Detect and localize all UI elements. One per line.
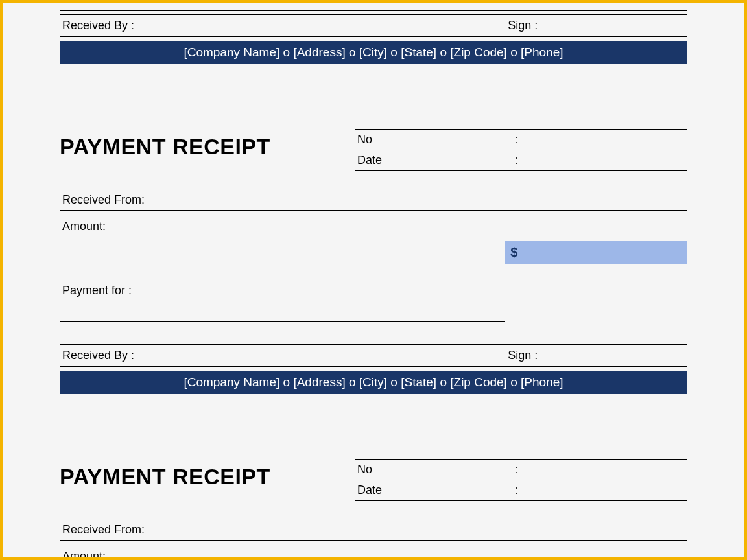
date-label: Date xyxy=(357,154,514,167)
colon: : xyxy=(514,484,517,497)
sign-label: Sign : xyxy=(505,14,687,37)
colon: : xyxy=(514,154,517,167)
company-footer-text: [Company Name] o [Address] o [City] o [S… xyxy=(60,41,687,64)
no-label: No xyxy=(357,133,514,146)
amount-label: Amount: xyxy=(60,544,687,560)
payment-for-line xyxy=(60,303,505,322)
no-label: No xyxy=(357,463,514,476)
received-from-label: Received From: xyxy=(60,518,687,541)
company-footer-text: [Company Name] o [Address] o [City] o [S… xyxy=(60,371,687,394)
receipt-title: PAYMENT RECEIPT xyxy=(60,129,355,159)
colon: : xyxy=(514,133,517,146)
received-by-label: Received By : xyxy=(60,344,505,367)
amount-label: Amount: xyxy=(60,215,687,237)
date-label: Date xyxy=(357,484,514,497)
currency-box: $ xyxy=(505,241,687,264)
received-from-label: Received From: xyxy=(60,188,687,211)
amount-description-line xyxy=(60,241,505,264)
payment-for-label: Payment for : xyxy=(60,279,687,301)
received-by-label: Received By : xyxy=(60,14,505,37)
sign-label: Sign : xyxy=(505,344,687,367)
colon: : xyxy=(514,463,517,476)
receipt-title: PAYMENT RECEIPT xyxy=(60,459,355,489)
